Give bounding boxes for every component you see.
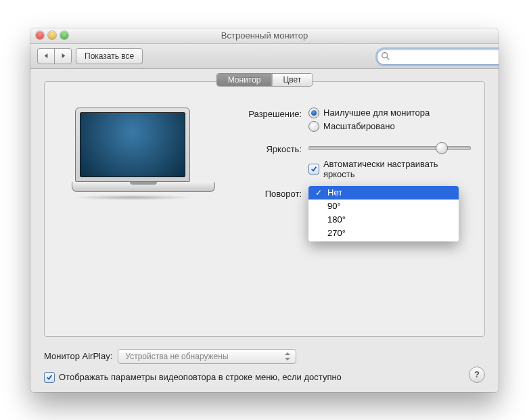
show-all-button[interactable]: Показать все [76,48,143,64]
airplay-select[interactable]: Устройства не обнаружены [118,349,296,364]
svg-marker-4 [285,352,290,355]
window-close-button[interactable] [36,31,44,39]
triangle-right-icon [60,53,66,59]
select-arrows-icon [282,351,293,362]
rotation-label: Поворот: [234,187,308,199]
svg-marker-0 [44,53,47,58]
resolution-label: Разрешение: [234,108,308,119]
svg-marker-1 [62,53,65,58]
search-input[interactable] [377,49,499,65]
resolution-scaled-radio[interactable] [308,121,319,132]
tab-color[interactable]: Цвет [271,74,312,86]
tab-monitor[interactable]: Монитор [217,74,272,86]
rotation-option[interactable]: 90° [308,200,459,213]
brightness-label: Яркость: [234,143,308,154]
window-title: Встроенный монитор [221,30,308,41]
search-icon [381,51,390,61]
window-minimize-button[interactable] [48,31,56,39]
resolution-scaled-label: Масштабировано [323,121,395,131]
window-zoom-button[interactable] [60,31,68,39]
check-icon [310,166,317,172]
svg-line-3 [387,57,390,60]
airplay-label: Монитор AirPlay: [44,351,112,361]
check-icon [46,374,53,381]
resolution-best-label: Наилучшее для монитора [323,108,430,118]
auto-brightness-checkbox[interactable] [308,164,319,174]
nav-back-button[interactable] [38,49,54,64]
rotation-option[interactable]: 180° [308,213,459,227]
rotation-option[interactable]: Нет [308,186,459,200]
help-button[interactable]: ? [469,367,485,383]
brightness-slider[interactable] [308,143,471,154]
svg-marker-5 [285,358,290,360]
rotation-option[interactable]: 270° [308,227,459,241]
rotation-popup-menu[interactable]: Нет90°180°270° [308,186,459,241]
nav-forward-button[interactable] [54,49,71,64]
mirroring-menu-checkbox[interactable] [44,372,55,383]
display-illustration [58,108,207,216]
auto-brightness-label: Автоматически настраивать яркость [323,159,471,179]
mirroring-menu-label: Отображать параметры видеоповтора в стро… [59,372,342,382]
resolution-best-radio[interactable] [308,108,319,118]
svg-point-2 [382,52,388,57]
triangle-left-icon [43,53,49,59]
nav-back-forward-segment[interactable] [37,48,72,64]
